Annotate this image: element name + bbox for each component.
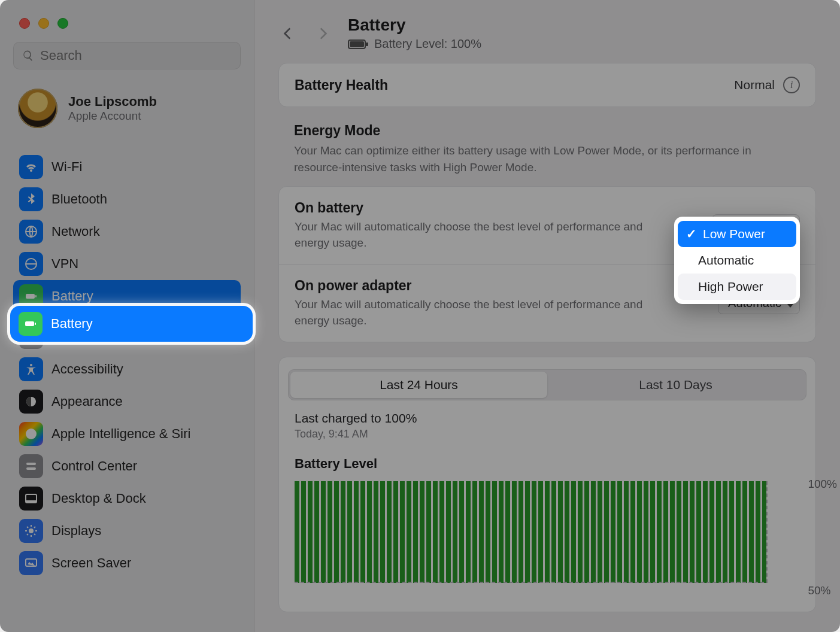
info-icon[interactable]: i [783,77,800,93]
energy-mode-title: Energy Mode [278,121,816,142]
accessibility-icon [19,357,43,381]
energy-mode-desc: Your Mac can optimize either its battery… [278,142,816,186]
dock-icon [19,487,43,511]
sidebar-item-label: Displays [51,523,101,539]
history-card: Last 24 HoursLast 10 Days Last charged t… [278,357,816,612]
back-button[interactable] [278,24,298,43]
battery-level-text: Battery Level: 100% [374,37,481,51]
siri-icon [19,422,43,446]
svg-point-11 [29,528,34,533]
wifi-icon [19,155,43,179]
forward-button[interactable] [313,24,332,43]
sidebar-item-label: Battery [51,316,93,332]
battery-level-chart: 100% 50% [295,478,800,597]
sidebar-item-screen-saver[interactable]: Screen Saver [13,547,241,579]
svg-rect-8 [26,467,36,470]
page-title: Battery [348,16,481,35]
sidebar-item-desktop-dock[interactable]: Desktop & Dock [13,482,241,515]
vpn-icon [19,252,43,276]
appearance-icon [19,390,43,414]
sidebar-item-control-center[interactable]: Control Center [13,450,241,482]
segment-last-10-days[interactable]: Last 10 Days [547,372,804,398]
battery-health-value: Normal [734,78,775,92]
displays-icon [19,519,43,543]
search-field[interactable] [13,42,241,69]
svg-rect-7 [26,463,36,465]
energy-row-title: On battery [295,200,712,216]
sidebar-item-wi-fi[interactable]: Wi-Fi [13,151,241,183]
svg-rect-3 [35,295,37,297]
page-subtitle: Battery Level: 100% [348,37,481,51]
axis-label-50: 50% [808,584,837,597]
sidebar-item-label: VPN [51,256,78,272]
last-charged-subtitle: Today, 9:41 AM [295,428,800,440]
account-name: Joe Lipscomb [68,94,157,110]
svg-rect-14 [35,323,36,325]
sidebar-item-label: Appearance [51,394,123,409]
sidebar-item-accessibility[interactable]: Accessibility [13,353,241,385]
popup-option-low-power[interactable]: Low Power [678,221,796,247]
sidebar-item-label: Battery [51,288,93,304]
energy-row-desc: Your Mac will automatically choose the b… [295,219,666,251]
popup-option-label: High Power [698,279,763,294]
popup-option-label: Low Power [703,227,765,241]
battery-health-label: Battery Health [295,77,388,93]
sidebar-item-vpn[interactable]: VPN [13,248,241,280]
network-icon [19,220,43,244]
sidebar-item-appearance[interactable]: Appearance [13,385,241,418]
sidebar-item-network[interactable]: Network [13,215,241,248]
popup-option-automatic[interactable]: Automatic [678,247,796,274]
sidebar-item-displays[interactable]: Displays [13,515,241,547]
sidebar-item-apple-intelligence-siri[interactable]: Apple Intelligence & Siri [13,418,241,450]
minimize-button[interactable] [38,18,49,29]
svg-rect-10 [26,500,37,503]
sidebar-item-label: Screen Saver [51,555,131,571]
sidebar-item-label: Apple Intelligence & Siri [51,426,190,442]
sidebar-item-label: Wi-Fi [51,159,82,175]
sidebar-item-label: Control Center [51,458,137,474]
battery-health-card: Battery Health Normal i [278,63,816,107]
history-segmented-control[interactable]: Last 24 HoursLast 10 Days [288,369,806,400]
sidebar-item-label: Network [51,224,100,239]
controlcenter-icon [19,454,43,478]
energy-mode-popup[interactable]: Low PowerAutomaticHigh Power [674,217,800,304]
popup-option-label: Automatic [698,253,754,268]
segment-last-24-hours[interactable]: Last 24 Hours [290,372,547,398]
energy-row-desc: Your Mac will automatically choose the b… [295,297,666,329]
window-controls [13,0,241,42]
svg-rect-2 [26,294,35,299]
close-button[interactable] [19,18,30,29]
axis-label-100: 100% [808,478,837,491]
last-charged-title: Last charged to 100% [295,411,800,426]
battery-icon [19,284,43,308]
svg-point-6 [26,429,37,439]
bluetooth-icon [19,187,43,211]
battery-icon [348,40,366,49]
settings-window: Joe Lipscomb Apple Account Wi-FiBluetoot… [0,0,840,632]
svg-point-4 [30,364,32,366]
avatar [18,89,57,128]
account-row[interactable]: Joe Lipscomb Apple Account [13,86,241,142]
zoom-button[interactable] [57,18,68,29]
battery-icon [19,312,43,336]
popup-option-high-power[interactable]: High Power [678,274,796,300]
sidebar-item-bluetooth[interactable]: Bluetooth [13,183,241,215]
search-input[interactable] [40,48,232,63]
svg-rect-13 [25,321,34,326]
sidebar-item-label: Desktop & Dock [51,491,146,506]
energy-row-title: On power adapter [295,278,718,294]
account-subtitle: Apple Account [68,110,157,123]
content-header: Battery Battery Level: 100% [278,8,816,63]
svg-rect-12 [26,559,37,566]
search-icon [22,49,34,62]
sidebar-item-battery-highlight[interactable]: Battery [10,306,253,342]
battery-level-heading: Battery Level [279,445,815,478]
main-content: Battery Battery Level: 100% Battery Heal… [254,0,840,632]
sidebar-item-label: Bluetooth [51,192,107,207]
screensaver-icon [19,551,43,575]
sidebar-item-label: Accessibility [51,361,123,377]
